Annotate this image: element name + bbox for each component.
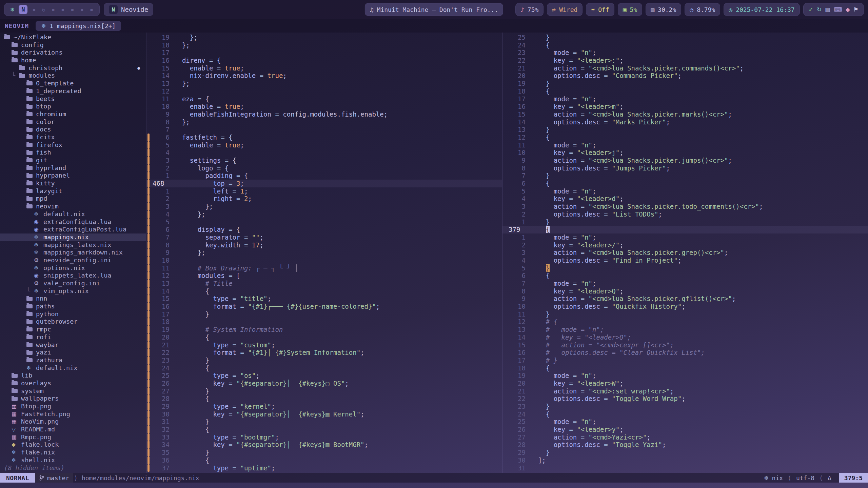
code-line[interactable]: 31 xyxy=(502,464,868,472)
code-line[interactable]: 9 enableFishIntegration = config.modules… xyxy=(146,110,502,118)
code-line[interactable]: 25 } xyxy=(502,34,868,41)
tree-item-chromium[interactable]: chromium xyxy=(0,110,146,118)
tree-item-yazi[interactable]: yazi xyxy=(0,349,146,357)
code-line[interactable]: 8 key = "<leader>Q"; xyxy=(502,287,868,295)
code-line[interactable]: 29 } xyxy=(502,449,868,456)
tree-item-snippets_latex.lua[interactable]: ◉snippets_latex.lua xyxy=(0,272,146,280)
tree-item-lib[interactable]: lib xyxy=(0,372,146,380)
code-line[interactable]: 23 } xyxy=(502,403,868,410)
code-line[interactable]: 26 key = "{#separator}│ {#keys}▢ OS"; xyxy=(146,380,502,387)
workspace-4[interactable]: ↻ xyxy=(41,6,47,13)
media-player[interactable]: ♫ Minuit Machine – Don't Run Fro... xyxy=(365,3,503,16)
tree-item-home[interactable]: home xyxy=(0,57,146,64)
tree-item-overlays[interactable]: overlays xyxy=(0,380,146,387)
code-line[interactable]: 24 { xyxy=(502,410,868,418)
code-line[interactable]: 4 xyxy=(146,149,502,157)
tree-item-docs[interactable]: docs xyxy=(0,126,146,134)
code-line[interactable]: 24 { xyxy=(502,41,868,49)
code-line[interactable]: 4 options.desc = "Find in Project"; xyxy=(502,257,868,264)
code-line[interactable]: 6 { xyxy=(502,272,868,280)
code-line[interactable]: 27 } xyxy=(146,387,502,395)
color-picker-icon[interactable]: ◆ xyxy=(844,6,852,13)
tree-item-btop[interactable]: btop xyxy=(0,103,146,110)
code-line[interactable]: 5 enable = true; xyxy=(146,141,502,149)
tree-item-derivations[interactable]: derivations xyxy=(0,49,146,57)
code-line[interactable]: 9 action = "<cmd>lua Snacks.picker.jumps… xyxy=(502,157,868,164)
code-line[interactable]: 28 options.desc = "Toggle Yazi"; xyxy=(502,441,868,449)
tree-item-0_template[interactable]: 0_template xyxy=(0,80,146,87)
code-line[interactable]: 9 }; xyxy=(146,249,502,257)
code-line[interactable]: 11 # Box Drawing: ┌ ─ ┐ └ ┘ │ xyxy=(146,264,502,272)
code-line[interactable]: 1 } xyxy=(502,218,868,226)
notifications-icon[interactable]: ⚑ xyxy=(852,6,860,13)
tree-item-christoph[interactable]: christoph● xyxy=(0,64,146,72)
code-line[interactable]: 27 action = "<cmd>Yazi<cr>"; xyxy=(502,433,868,441)
tree-item-config[interactable]: config xyxy=(0,41,146,49)
tree-item-beets[interactable]: beets xyxy=(0,95,146,103)
code-line[interactable]: 11 mode = "n"; xyxy=(502,141,868,149)
tree-item-fcitx[interactable]: fcitx xyxy=(0,134,146,141)
tree-item-flake.lock[interactable]: ◆flake.lock xyxy=(0,441,146,449)
code-line[interactable]: 21 action = "<cmd>lua Snacks.picker.comm… xyxy=(502,64,868,72)
tree-item-zathura[interactable]: zathura xyxy=(0,357,146,364)
workspace-3[interactable]: ▪ xyxy=(31,6,37,13)
code-line[interactable]: 26 key = "<leader>y"; xyxy=(502,426,868,433)
tree-item-waybar[interactable]: waybar xyxy=(0,341,146,349)
tree-item-mpd[interactable]: mpd xyxy=(0,195,146,203)
code-line[interactable]: 17 xyxy=(146,49,502,57)
code-line[interactable]: 18 }; xyxy=(146,41,502,49)
tree-item-fish[interactable]: fish xyxy=(0,149,146,157)
code-line[interactable]: 1 padding = { xyxy=(146,172,502,180)
code-line[interactable]: 17 # } xyxy=(502,357,868,364)
code-line[interactable]: 7 mode = "n"; xyxy=(502,280,868,287)
workspace-9[interactable]: ▪ xyxy=(88,6,95,13)
tree-item-flake.nix[interactable]: ❄flake.nix xyxy=(0,449,146,456)
code-line[interactable]: 12 # { xyxy=(502,318,868,326)
sync-icon[interactable]: ↻ xyxy=(815,6,823,13)
code-line[interactable]: 3 }; xyxy=(146,203,502,210)
tree-item-rmpc[interactable]: rmpc xyxy=(0,326,146,333)
code-line[interactable]: 15 # action = "<cmd>cexpr []<cr>"; xyxy=(502,341,868,349)
tree-item-lazygit[interactable]: lazygit xyxy=(0,187,146,195)
editor-pane-right[interactable]: 25 }24 {23 mode = "n";22 key = "<leader>… xyxy=(502,33,868,473)
code-line[interactable]: 10 enable = true; xyxy=(146,103,502,110)
code-line[interactable]: 12 xyxy=(146,87,502,95)
code-line[interactable]: 19 # System Information xyxy=(146,326,502,333)
code-line[interactable]: 18 { xyxy=(502,364,868,372)
code-line[interactable]: 6 fastfetch = { xyxy=(146,134,502,141)
workspace-active[interactable]: N xyxy=(19,5,27,14)
code-line[interactable]: 4 key = "<leader>d"; xyxy=(502,195,868,203)
code-line[interactable]: 19 mode = "n"; xyxy=(502,372,868,380)
tree-item-nnn[interactable]: nnn xyxy=(0,295,146,303)
module-clock[interactable]: ◷2025-07-22 16:37 xyxy=(724,3,800,16)
code-line[interactable]: 379 { xyxy=(502,226,868,233)
vpn-status-icon[interactable]: ✓ xyxy=(807,6,815,13)
tree-item-NixFlake[interactable]: ~/NixFlake xyxy=(0,34,146,41)
code-line[interactable]: 10 key = "<leader>j"; xyxy=(502,149,868,157)
tree-item-FastFetch.png[interactable]: ▦FastFetch.png xyxy=(0,410,146,418)
code-line[interactable]: 20 options.desc = "Commands Picker"; xyxy=(502,72,868,80)
code-line[interactable]: 18 xyxy=(146,318,502,326)
module-volume[interactable]: ♪75% xyxy=(515,3,544,16)
code-line[interactable]: 21 type = "custom"; xyxy=(146,341,502,349)
code-line[interactable]: 15 action = "<cmd>lua Snacks.picker.mark… xyxy=(502,110,868,118)
command-line[interactable] xyxy=(0,483,868,488)
editor-pane-left[interactable]: 19 };18 };1716 direnv = {15 enable = tru… xyxy=(146,33,502,473)
code-line[interactable]: 12 modules = [ xyxy=(146,272,502,280)
tree-item-rofi[interactable]: rofi xyxy=(0,333,146,341)
tree-item-python[interactable]: python xyxy=(0,310,146,318)
code-line[interactable]: 468 top = 3; xyxy=(146,180,502,187)
code-line[interactable]: 8 options.desc = "Jumps Picker"; xyxy=(502,164,868,172)
code-line[interactable]: 25 mode = "n"; xyxy=(502,418,868,426)
workspace-6[interactable]: ▪ xyxy=(60,6,66,13)
module-night-light[interactable]: ☀Off xyxy=(586,3,614,16)
code-line[interactable]: 28 { xyxy=(146,395,502,403)
code-line[interactable]: 19 }; xyxy=(146,34,502,41)
code-line[interactable]: 31 } xyxy=(146,418,502,426)
tree-item-neovim[interactable]: neovim xyxy=(0,203,146,210)
code-line[interactable]: 11 eza = { xyxy=(146,95,502,103)
code-line[interactable]: 3 action = "<cmd>lua Snacks.picker.todo_… xyxy=(502,203,868,210)
code-line[interactable]: 19 } xyxy=(502,80,868,87)
tree-item-extraConfigLua.lua[interactable]: ◉extraConfigLua.lua xyxy=(0,218,146,226)
code-line[interactable]: 6 { xyxy=(502,180,868,187)
